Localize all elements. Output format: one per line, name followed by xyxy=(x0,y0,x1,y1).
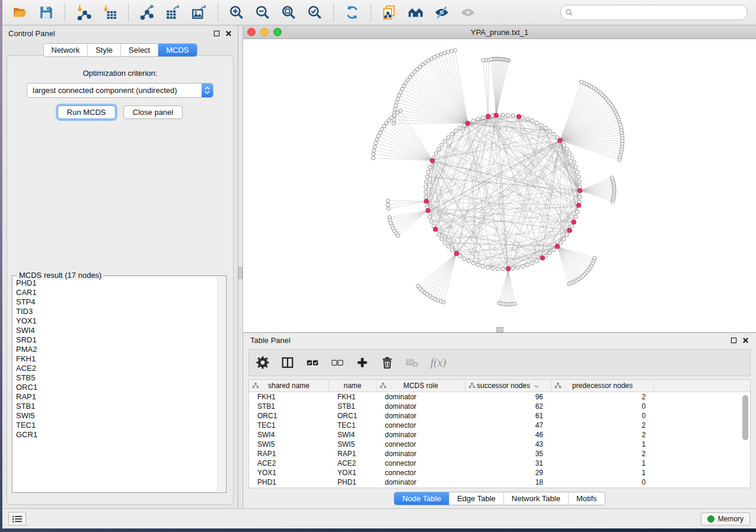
add-column-icon[interactable] xyxy=(356,355,369,370)
table-scrollbar[interactable] xyxy=(742,393,749,486)
table-row[interactable]: SWI4SWI4dominator462 xyxy=(249,430,750,440)
table-cell[interactable]: SWI5 xyxy=(249,440,329,448)
import-network-icon[interactable] xyxy=(74,3,93,22)
mcds-result-list[interactable]: PHD1CAR1STP4TID3YOX1SWI4SRD1PMA2FKH1ACE2… xyxy=(16,278,215,490)
export-network-icon[interactable] xyxy=(138,3,157,22)
zoom-out-icon[interactable] xyxy=(253,3,272,22)
table-cell[interactable]: dominator xyxy=(377,402,465,411)
mcds-result-item[interactable]: SWI4 xyxy=(16,326,215,335)
table-cell[interactable]: RAP1 xyxy=(329,450,377,458)
search-input[interactable] xyxy=(576,8,743,17)
tab-edge-table[interactable]: Edge Table xyxy=(449,492,503,505)
table-cell[interactable]: FKH1 xyxy=(329,393,377,401)
horizontal-splitter-handle[interactable] xyxy=(496,327,503,332)
mcds-result-item[interactable]: PHD1 xyxy=(16,278,215,288)
mcds-result-item[interactable]: SRD1 xyxy=(16,335,215,345)
table-cell[interactable]: dominator xyxy=(377,393,465,401)
table-row[interactable]: STB1STB1dominator620 xyxy=(249,402,750,411)
column-header-successor-nodes[interactable]: successor nodes xyxy=(465,380,551,392)
table-row[interactable]: YOX1YOX1connector291 xyxy=(249,468,750,477)
delete-column-icon[interactable] xyxy=(381,355,394,370)
import-table-icon[interactable] xyxy=(100,3,119,22)
mcds-result-item[interactable]: TID3 xyxy=(16,307,215,316)
mcds-result-item[interactable]: CAR1 xyxy=(16,288,215,297)
table-cell[interactable]: 43 xyxy=(465,440,551,448)
mcds-result-item[interactable]: FKH1 xyxy=(16,354,215,364)
table-cell[interactable]: 0 xyxy=(551,478,654,486)
mcds-result-item[interactable]: GCR1 xyxy=(16,430,215,440)
table-cell[interactable]: connector xyxy=(377,421,465,430)
zoom-fit-icon[interactable] xyxy=(279,3,298,22)
criterion-dropdown[interactable]: largest connected component (undirected) xyxy=(27,83,213,98)
table-cell[interactable]: SWI5 xyxy=(329,440,377,448)
column-settings-gear-icon[interactable] xyxy=(256,355,269,370)
toggle-panes-icon[interactable] xyxy=(281,355,294,370)
memory-button[interactable]: Memory xyxy=(701,512,750,525)
float-panel-icon[interactable] xyxy=(213,30,220,37)
table-row[interactable]: SWI5SWI5connector431 xyxy=(249,440,750,449)
table-cell[interactable]: 2 xyxy=(551,421,654,430)
mcds-result-item[interactable]: YOX1 xyxy=(16,316,215,326)
table-cell[interactable]: 1 xyxy=(551,459,654,467)
table-cell[interactable]: dominator xyxy=(377,412,465,420)
task-history-button[interactable] xyxy=(8,512,26,525)
open-file-icon[interactable] xyxy=(11,3,30,22)
close-table-panel-icon[interactable] xyxy=(742,337,749,344)
table-scrollbar-thumb[interactable] xyxy=(742,395,748,440)
network-canvas[interactable] xyxy=(243,39,756,332)
mcds-result-item[interactable]: TEC1 xyxy=(16,421,215,430)
tab-network[interactable]: Network xyxy=(43,44,87,56)
mcds-result-item[interactable]: SWI5 xyxy=(16,411,215,421)
table-cell[interactable]: ACE2 xyxy=(329,459,377,467)
table-cell[interactable]: 46 xyxy=(465,431,551,439)
table-cell[interactable]: dominator xyxy=(377,478,465,486)
close-window-button[interactable] xyxy=(247,28,256,36)
table-cell[interactable]: 2 xyxy=(551,431,654,439)
first-neighbors-icon[interactable] xyxy=(406,3,425,22)
table-cell[interactable]: 1 xyxy=(551,469,654,477)
table-cell[interactable]: PHD1 xyxy=(329,478,377,486)
save-session-icon[interactable] xyxy=(37,3,56,22)
mcds-result-item[interactable]: ACE2 xyxy=(16,364,215,373)
mcds-result-item[interactable]: RAP1 xyxy=(16,392,215,402)
zoom-in-icon[interactable] xyxy=(227,3,246,22)
table-cell[interactable]: STB1 xyxy=(249,402,329,411)
table-cell[interactable]: dominator xyxy=(377,431,465,439)
export-table-icon[interactable] xyxy=(164,3,183,22)
column-header-predecessor-nodes[interactable]: predecessor nodes xyxy=(551,380,654,392)
export-image-icon[interactable] xyxy=(190,3,209,22)
table-row[interactable]: RAP1RAP1dominator352 xyxy=(249,449,750,459)
tab-mcds[interactable]: MCDS xyxy=(158,44,196,56)
tab-select[interactable]: Select xyxy=(120,44,158,56)
column-header-MCDS-role[interactable]: MCDS role xyxy=(377,380,465,392)
table-cell[interactable]: 0 xyxy=(551,402,654,411)
table-cell[interactable]: 18 xyxy=(465,478,551,486)
table-cell[interactable]: YOX1 xyxy=(329,469,377,477)
table-cell[interactable]: 47 xyxy=(465,421,551,430)
table-cell[interactable]: 29 xyxy=(465,469,551,477)
splitter-handle[interactable] xyxy=(238,267,243,279)
table-cell[interactable]: 2 xyxy=(551,450,654,458)
table-row[interactable]: TEC1TEC1connector472 xyxy=(249,421,750,430)
table-cell[interactable]: dominator xyxy=(377,450,465,458)
close-panel-button[interactable]: Close panel xyxy=(123,105,183,119)
table-cell[interactable]: 62 xyxy=(465,402,551,411)
table-cell[interactable]: SWI4 xyxy=(329,431,377,439)
zoom-selected-icon[interactable] xyxy=(305,3,324,22)
table-cell[interactable]: 35 xyxy=(465,450,551,458)
refresh-view-icon[interactable] xyxy=(343,3,362,22)
table-cell[interactable]: TEC1 xyxy=(329,421,377,430)
close-panel-icon[interactable] xyxy=(225,30,232,37)
mcds-result-item[interactable]: STP4 xyxy=(16,297,215,307)
table-cell[interactable]: 31 xyxy=(465,459,551,467)
table-row[interactable]: ORC1ORC1dominator610 xyxy=(249,411,750,421)
column-header-name[interactable]: name xyxy=(329,380,377,392)
table-cell[interactable]: 0 xyxy=(551,412,654,420)
table-cell[interactable]: TEC1 xyxy=(249,421,329,430)
table-cell[interactable]: FKH1 xyxy=(249,393,329,401)
column-header-shared-name[interactable]: shared name xyxy=(249,380,329,392)
table-cell[interactable]: STB1 xyxy=(329,402,377,411)
table-row[interactable]: PHD1PHD1dominator180 xyxy=(249,477,750,487)
table-cell[interactable]: PHD1 xyxy=(249,478,329,486)
table-cell[interactable]: connector xyxy=(377,459,465,467)
